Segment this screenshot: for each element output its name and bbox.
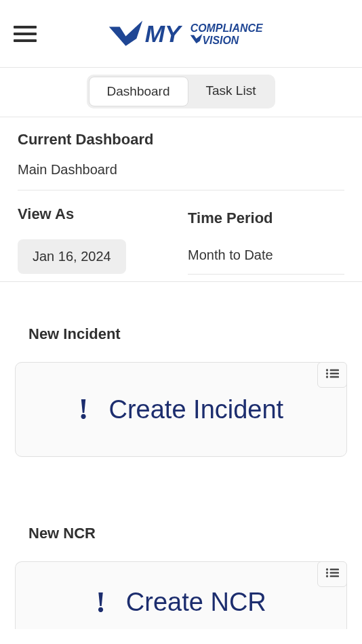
app-header: MY COMPLIANCE VISION bbox=[0, 0, 362, 68]
svg-point-0 bbox=[326, 369, 328, 371]
tab-dashboard[interactable]: Dashboard bbox=[89, 77, 188, 106]
svg-rect-11 bbox=[330, 576, 339, 578]
tab-bar: Dashboard Task List bbox=[0, 68, 362, 117]
new-ncr-title: New NCR bbox=[28, 525, 347, 542]
new-ncr-section: New NCR ! Create NCR bbox=[15, 525, 347, 629]
logo-vision: VISION bbox=[202, 35, 239, 46]
svg-point-2 bbox=[326, 372, 328, 374]
card-list-icon[interactable] bbox=[317, 362, 347, 388]
new-incident-section: New Incident ! Create Incident bbox=[15, 325, 347, 457]
card-list-icon[interactable] bbox=[317, 561, 347, 587]
current-dashboard-value[interactable]: Main Dashboard bbox=[18, 162, 344, 190]
create-ncr-label: Create NCR bbox=[126, 588, 266, 617]
svg-rect-5 bbox=[330, 376, 339, 378]
timeperiod-label: Time Period bbox=[188, 209, 344, 227]
logo-my: MY bbox=[145, 20, 183, 47]
dashboard-controls: Current Dashboard Main Dashboard View As… bbox=[0, 117, 362, 275]
svg-rect-9 bbox=[330, 572, 339, 574]
viewas-date-picker[interactable]: Jan 16, 2024 bbox=[18, 239, 126, 274]
viewas-label: View As bbox=[18, 205, 174, 223]
timeperiod-column: Time Period Month to Date bbox=[188, 205, 344, 275]
svg-rect-1 bbox=[330, 369, 339, 371]
app-logo: MY COMPLIANCE VISION bbox=[71, 20, 348, 47]
divider bbox=[0, 281, 362, 282]
viewas-column: View As Jan 16, 2024 bbox=[18, 205, 174, 275]
new-incident-title: New Incident bbox=[28, 325, 347, 343]
create-ncr-card[interactable]: ! Create NCR bbox=[15, 561, 347, 629]
svg-rect-3 bbox=[330, 373, 339, 375]
create-incident-label: Create Incident bbox=[108, 395, 283, 424]
logo-compliance: COMPLIANCE bbox=[190, 22, 263, 34]
menu-icon[interactable] bbox=[14, 26, 37, 42]
exclamation-icon: ! bbox=[79, 395, 89, 424]
svg-point-10 bbox=[326, 575, 328, 577]
svg-point-8 bbox=[326, 571, 328, 573]
svg-rect-7 bbox=[330, 569, 339, 571]
tab-tasklist[interactable]: Task List bbox=[188, 77, 274, 106]
current-dashboard-label: Current Dashboard bbox=[18, 131, 344, 148]
exclamation-icon: ! bbox=[96, 588, 106, 618]
timeperiod-value[interactable]: Month to Date bbox=[188, 247, 344, 263]
svg-point-4 bbox=[326, 376, 328, 378]
svg-point-6 bbox=[326, 568, 328, 570]
create-incident-card[interactable]: ! Create Incident bbox=[15, 362, 347, 457]
